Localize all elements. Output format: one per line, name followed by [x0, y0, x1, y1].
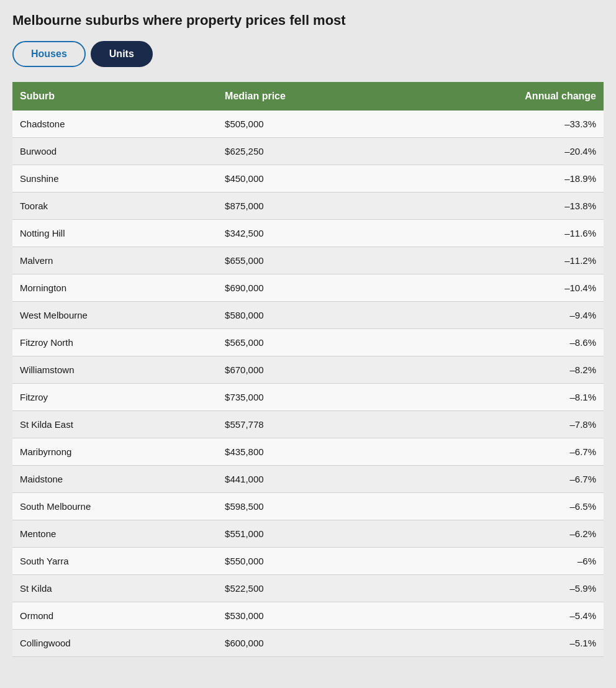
cell-annual-change: –8.6%: [398, 329, 604, 356]
cell-suburb: South Yarra: [12, 548, 217, 575]
cell-median-price: $435,800: [217, 438, 398, 466]
cell-annual-change: –6%: [398, 548, 604, 575]
table-row: St Kilda$522,500–5.9%: [12, 575, 604, 602]
cell-suburb: Mentone: [12, 520, 217, 548]
cell-annual-change: –6.2%: [398, 520, 604, 548]
cell-suburb: South Melbourne: [12, 493, 217, 520]
cell-annual-change: –6.5%: [398, 493, 604, 520]
table-row: Toorak$875,000–13.8%: [12, 192, 604, 220]
cell-suburb: Maribyrnong: [12, 438, 217, 466]
cell-median-price: $522,500: [217, 575, 398, 602]
cell-median-price: $690,000: [217, 274, 398, 302]
table-row: Fitzroy$735,000–8.1%: [12, 384, 604, 411]
cell-median-price: $598,500: [217, 493, 398, 520]
table-row: Maribyrnong$435,800–6.7%: [12, 438, 604, 466]
table-row: Mentone$551,000–6.2%: [12, 520, 604, 548]
cell-suburb: Malvern: [12, 247, 217, 274]
cell-median-price: $550,000: [217, 548, 398, 575]
table-row: Ormond$530,000–5.4%: [12, 602, 604, 630]
tab-container: Houses Units: [12, 41, 604, 67]
table-row: Burwood$625,250–20.4%: [12, 138, 604, 165]
table-row: Collingwood$600,000–5.1%: [12, 630, 604, 657]
cell-suburb: Williamstown: [12, 356, 217, 384]
cell-median-price: $600,000: [217, 630, 398, 657]
cell-suburb: St Kilda: [12, 575, 217, 602]
cell-annual-change: –18.9%: [398, 165, 604, 192]
tab-houses[interactable]: Houses: [12, 41, 86, 67]
cell-annual-change: –9.4%: [398, 302, 604, 329]
cell-median-price: $735,000: [217, 384, 398, 411]
cell-suburb: Mornington: [12, 274, 217, 302]
table-row: Fitzroy North$565,000–8.6%: [12, 329, 604, 356]
cell-annual-change: –8.2%: [398, 356, 604, 384]
header-row: Suburb Median price Annual change: [12, 82, 604, 111]
property-table: Suburb Median price Annual change Chadst…: [12, 82, 604, 657]
cell-annual-change: –20.4%: [398, 138, 604, 165]
cell-annual-change: –8.1%: [398, 384, 604, 411]
cell-suburb: Fitzroy: [12, 384, 217, 411]
cell-annual-change: –7.8%: [398, 411, 604, 438]
tab-units[interactable]: Units: [91, 41, 153, 67]
cell-median-price: $670,000: [217, 356, 398, 384]
page-title: Melbourne suburbs where property prices …: [12, 12, 604, 29]
cell-median-price: $565,000: [217, 329, 398, 356]
cell-suburb: West Melbourne: [12, 302, 217, 329]
cell-suburb: Ormond: [12, 602, 217, 630]
cell-annual-change: –6.7%: [398, 438, 604, 466]
cell-annual-change: –5.1%: [398, 630, 604, 657]
cell-suburb: Chadstone: [12, 111, 217, 138]
cell-median-price: $875,000: [217, 192, 398, 220]
cell-suburb: Fitzroy North: [12, 329, 217, 356]
cell-median-price: $580,000: [217, 302, 398, 329]
table-row: Mornington$690,000–10.4%: [12, 274, 604, 302]
table-header: Suburb Median price Annual change: [12, 82, 604, 111]
table-row: Notting Hill$342,500–11.6%: [12, 220, 604, 247]
col-suburb: Suburb: [12, 82, 217, 111]
cell-suburb: Toorak: [12, 192, 217, 220]
cell-annual-change: –33.3%: [398, 111, 604, 138]
cell-suburb: Maidstone: [12, 466, 217, 493]
cell-median-price: $342,500: [217, 220, 398, 247]
cell-median-price: $450,000: [217, 165, 398, 192]
cell-median-price: $655,000: [217, 247, 398, 274]
table-row: South Melbourne$598,500–6.5%: [12, 493, 604, 520]
table-row: Chadstone$505,000–33.3%: [12, 111, 604, 138]
cell-median-price: $551,000: [217, 520, 398, 548]
cell-suburb: St Kilda East: [12, 411, 217, 438]
cell-annual-change: –13.8%: [398, 192, 604, 220]
table-row: St Kilda East$557,778–7.8%: [12, 411, 604, 438]
cell-median-price: $625,250: [217, 138, 398, 165]
cell-median-price: $557,778: [217, 411, 398, 438]
cell-annual-change: –11.2%: [398, 247, 604, 274]
table-row: Sunshine$450,000–18.9%: [12, 165, 604, 192]
cell-suburb: Sunshine: [12, 165, 217, 192]
cell-median-price: $505,000: [217, 111, 398, 138]
table-body: Chadstone$505,000–33.3%Burwood$625,250–2…: [12, 111, 604, 657]
col-median-price: Median price: [217, 82, 398, 111]
table-row: Malvern$655,000–11.2%: [12, 247, 604, 274]
table-row: South Yarra$550,000–6%: [12, 548, 604, 575]
cell-median-price: $441,000: [217, 466, 398, 493]
table-row: West Melbourne$580,000–9.4%: [12, 302, 604, 329]
cell-median-price: $530,000: [217, 602, 398, 630]
cell-suburb: Collingwood: [12, 630, 217, 657]
cell-annual-change: –6.7%: [398, 466, 604, 493]
cell-suburb: Burwood: [12, 138, 217, 165]
cell-suburb: Notting Hill: [12, 220, 217, 247]
cell-annual-change: –5.4%: [398, 602, 604, 630]
cell-annual-change: –11.6%: [398, 220, 604, 247]
cell-annual-change: –10.4%: [398, 274, 604, 302]
col-annual-change: Annual change: [398, 82, 604, 111]
table-row: Maidstone$441,000–6.7%: [12, 466, 604, 493]
table-row: Williamstown$670,000–8.2%: [12, 356, 604, 384]
cell-annual-change: –5.9%: [398, 575, 604, 602]
